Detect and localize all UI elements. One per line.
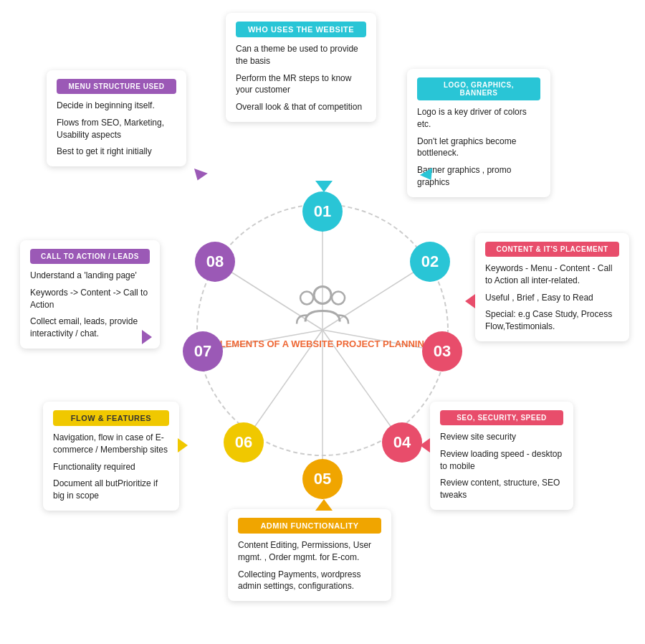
circle-05: 05: [302, 459, 343, 499]
svg-point-9: [314, 286, 331, 303]
circle-08: 08: [195, 242, 235, 282]
box-item-04-1: Review loading speed - desktop to mobile: [440, 448, 563, 473]
box-item-08-0: Decide in beginning itself.: [57, 100, 176, 112]
box-title-04: SEO, SECURITY, SPEED: [440, 410, 563, 425]
box-title-05: ADMIN FUNCTIONALITY: [238, 518, 381, 534]
box-item-01-0: Can a theme be used to provide the basis: [236, 43, 366, 67]
box-item-04-2: Review content, structure, SEO tweaks: [440, 477, 563, 501]
box-item-07-2: Collect email, leads, provide interactiv…: [30, 316, 150, 340]
box-title-08: MENU STRUCTURE USED: [57, 79, 176, 94]
box-item-03-1: Useful , Brief , Easy to Read: [485, 292, 619, 304]
circle-02: 02: [410, 242, 450, 282]
box-item-06-1: Functionality required: [53, 461, 169, 473]
info-box-05: ADMIN FUNCTIONALITY Content Editing, Per…: [228, 509, 391, 601]
info-box-01: WHO USES THE WEBSITE Can a theme be used…: [226, 13, 376, 122]
box-title-07: CALL TO ACTION / LEADS: [30, 249, 150, 264]
circle-06: 06: [224, 422, 264, 463]
circle-04: 04: [382, 422, 422, 463]
arrow-05: [315, 499, 333, 511]
info-box-04: SEO, SECURITY, SPEED Review site securit…: [430, 402, 573, 510]
arrow-07: [142, 330, 152, 344]
center-graphic: ELEMENTS OF A WEBSITE PROJECT PLANNING: [214, 282, 431, 351]
svg-point-10: [300, 291, 313, 304]
info-box-08: MENU STRUCTURE USED Decide in beginning …: [47, 70, 186, 166]
diagram-container: ELEMENTS OF A WEBSITE PROJECT PLANNING 0…: [0, 0, 645, 644]
box-item-01-2: Overall look & that of competition: [236, 101, 366, 113]
box-item-05-0: Content Editing, Permissions, User mgmt.…: [238, 539, 381, 564]
box-title-03: CONTENT & IT'S PLACEMENT: [485, 242, 619, 257]
arrow-01: [315, 181, 333, 192]
arrow-08: [191, 169, 208, 183]
arrow-03: [465, 294, 475, 308]
box-item-07-1: Keywords -> Content -> Call to Action: [30, 287, 150, 311]
box-item-02-1: Don't let graphics become bottleneck.: [417, 136, 540, 160]
info-box-07: CALL TO ACTION / LEADS Understand a 'lan…: [20, 240, 160, 349]
circle-01: 01: [302, 191, 343, 232]
svg-point-11: [332, 291, 345, 304]
box-item-06-0: Navigation, flow in case of E-commerce /…: [53, 432, 169, 456]
box-item-08-1: Flows from SEO, Marketing, Usability asp…: [57, 117, 176, 141]
box-item-06-2: Document all butPrioritize if big in sco…: [53, 478, 169, 502]
box-title-02: LOGO, GRAPHICS, BANNERS: [417, 77, 540, 100]
box-item-03-2: Special: e.g Case Study, Process Flow,Te…: [485, 308, 619, 333]
box-item-02-0: Logo is a key driver of colors etc.: [417, 106, 540, 131]
box-item-03-0: Keywords - Menu - Content - Call to Acti…: [485, 262, 619, 287]
info-box-03: CONTENT & IT'S PLACEMENT Keywords - Menu…: [475, 233, 629, 341]
center-label: ELEMENTS OF A WEBSITE PROJECT PLANNING: [214, 338, 431, 351]
arrow-06: [178, 438, 188, 453]
box-item-01-1: Perform the MR steps to know your custom…: [236, 72, 366, 97]
center-icon: [214, 282, 431, 336]
box-item-07-0: Understand a 'landing page': [30, 270, 150, 282]
box-item-04-0: Review site security: [440, 431, 563, 443]
box-title-06: FLOW & FEATURES: [53, 410, 169, 426]
circle-07: 07: [183, 331, 223, 371]
box-item-05-1: Collecting Payments, wordpress admin set…: [238, 569, 381, 593]
circle-03: 03: [422, 331, 462, 371]
info-box-06: FLOW & FEATURES Navigation, flow in case…: [43, 402, 179, 511]
box-item-08-2: Best to get it right initially: [57, 146, 176, 158]
box-title-01: WHO USES THE WEBSITE: [236, 22, 366, 37]
